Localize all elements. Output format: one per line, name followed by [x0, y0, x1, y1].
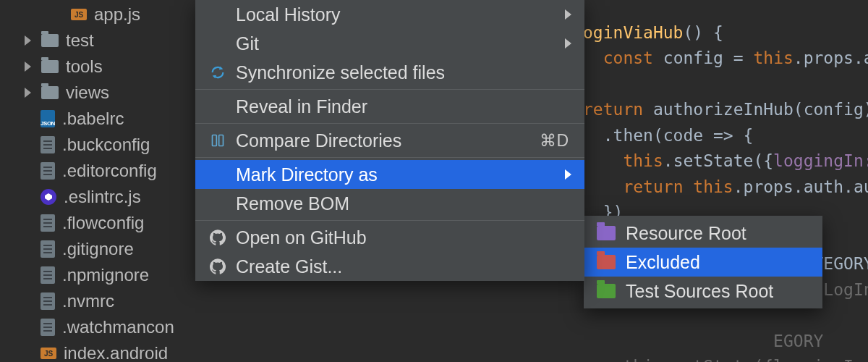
tree-file[interactable]: JS index.android	[0, 340, 203, 362]
js-file-icon: JS	[41, 348, 56, 359]
submenu-item-test-sources-root[interactable]: Test Sources Root	[584, 277, 822, 306]
tree-label: .npmignore	[62, 265, 149, 285]
tree-label: .editorconfig	[62, 161, 157, 181]
expand-arrow-icon[interactable]	[25, 88, 31, 98]
json-file-icon: JSON	[41, 110, 55, 127]
tree-label: .buckconfig	[62, 135, 150, 155]
tree-label: .flowconfig	[62, 213, 144, 233]
tree-label: tools	[66, 56, 103, 77]
menu-item-git[interactable]: Git	[195, 29, 584, 58]
expand-arrow-icon[interactable]	[25, 35, 31, 46]
menu-separator	[195, 123, 584, 124]
tree-file[interactable]: .gitignore	[0, 236, 203, 262]
menu-item-create-gist[interactable]: Create Gist...	[195, 252, 584, 281]
text-file-icon	[41, 136, 55, 153]
menu-item-synchronize[interactable]: Synchronize selected files	[195, 58, 584, 87]
menu-label: Git	[236, 33, 259, 54]
menu-label: Remove BOM	[236, 193, 349, 214]
tree-label: .gitignore	[62, 239, 134, 259]
menu-item-remove-bom[interactable]: Remove BOM	[195, 189, 584, 218]
expand-arrow-icon[interactable]	[25, 62, 31, 72]
menu-item-mark-directory-as[interactable]: Mark Directory as	[195, 160, 584, 189]
folder-icon	[41, 86, 59, 99]
tree-label: .babelrc	[62, 109, 124, 129]
submenu-arrow-icon	[565, 38, 571, 49]
menu-item-open-on-github[interactable]: Open on GitHub	[195, 223, 584, 252]
menu-label: Open on GitHub	[236, 227, 367, 248]
svg-rect-1	[213, 135, 217, 146]
tree-folder[interactable]: tools	[0, 54, 203, 80]
tree-label: .nvmrc	[62, 291, 114, 311]
github-icon	[208, 257, 227, 276]
tree-file[interactable]: JS app.js	[0, 1, 203, 28]
tree-folder[interactable]: views	[0, 80, 203, 106]
tree-file[interactable]: .flowconfig	[0, 210, 203, 236]
submenu-label: Test Sources Root	[626, 281, 773, 302]
folder-green-icon	[597, 284, 616, 298]
tree-file[interactable]: .nvmrc	[0, 288, 203, 314]
github-icon	[208, 228, 227, 247]
context-menu: Local History Git Synchronize selected f…	[195, 0, 584, 281]
menu-label: Reveal in Finder	[236, 96, 367, 117]
tree-file[interactable]: .watchmancon	[0, 314, 203, 340]
menu-label: Local History	[236, 4, 341, 25]
tree-label: app.js	[94, 4, 140, 25]
tree-label: index.android	[64, 343, 168, 362]
menu-item-reveal-finder[interactable]: Reveal in Finder	[195, 92, 584, 121]
text-file-icon	[41, 240, 55, 258]
mark-directory-submenu: Resource Root Excluded Test Sources Root	[584, 216, 822, 308]
text-file-icon	[41, 266, 55, 284]
tree-file[interactable]: .editorconfig	[0, 158, 203, 184]
menu-label: Create Gist...	[236, 256, 342, 277]
project-tree[interactable]: JS app.js test tools views JSON .babelrc…	[0, 0, 203, 362]
js-file-icon: JS	[71, 9, 87, 20]
menu-shortcut: ⌘D	[540, 131, 569, 151]
eslint-file-icon	[41, 189, 56, 205]
menu-label: Mark Directory as	[236, 164, 378, 185]
tree-label: test	[66, 30, 94, 51]
submenu-item-excluded[interactable]: Excluded	[584, 248, 822, 277]
tree-file[interactable]: .npmignore	[0, 262, 203, 288]
menu-label: Synchronize selected files	[236, 62, 445, 83]
tree-label: .eslintrc.js	[64, 187, 141, 207]
submenu-arrow-icon	[565, 169, 571, 180]
folder-purple-icon	[597, 226, 616, 240]
svg-rect-2	[219, 135, 224, 146]
submenu-label: Resource Root	[626, 223, 746, 244]
folder-red-icon	[597, 255, 616, 269]
tree-file[interactable]: .eslintrc.js	[0, 184, 203, 210]
menu-item-compare-directories[interactable]: Compare Directories ⌘D	[195, 126, 584, 155]
folder-icon	[41, 34, 59, 47]
tree-folder[interactable]: test	[0, 28, 203, 54]
folder-icon	[41, 60, 59, 73]
menu-item-local-history[interactable]: Local History	[195, 0, 584, 29]
menu-separator	[195, 157, 584, 158]
submenu-label: Excluded	[626, 252, 700, 273]
text-file-icon	[41, 214, 55, 232]
tree-file[interactable]: .buckconfig	[0, 132, 203, 158]
menu-label: Compare Directories	[236, 130, 401, 151]
submenu-arrow-icon	[565, 9, 571, 20]
sync-icon	[208, 63, 227, 82]
text-file-icon	[41, 162, 55, 180]
submenu-item-resource-root[interactable]: Resource Root	[584, 219, 822, 248]
svg-marker-0	[45, 193, 52, 201]
tree-file[interactable]: JSON .babelrc	[0, 106, 203, 132]
tree-label: views	[66, 83, 109, 103]
menu-separator	[195, 220, 584, 221]
tree-label: .watchmancon	[62, 317, 174, 337]
text-file-icon	[41, 292, 55, 310]
menu-separator	[195, 89, 584, 90]
compare-icon	[208, 131, 227, 150]
text-file-icon	[41, 319, 55, 336]
